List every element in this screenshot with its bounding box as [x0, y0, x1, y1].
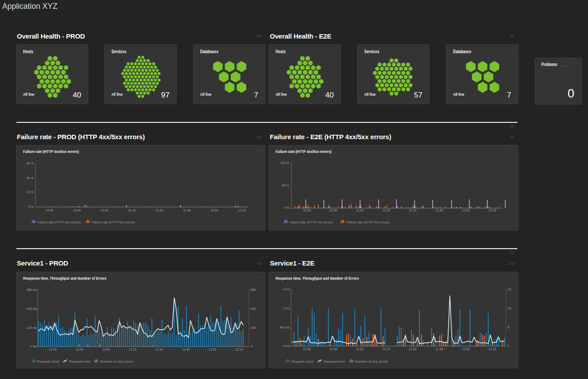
svg-text:10:45: 10:45	[75, 348, 83, 351]
svg-text:10:30: 10:30	[46, 209, 54, 212]
svg-text:200: 200	[251, 326, 256, 329]
svg-text:11:30: 11:30	[156, 209, 163, 212]
svg-text:Response time, Throughput and: Response time, Throughput and Number of …	[23, 276, 107, 281]
svg-text:11:15: 11:15	[129, 348, 136, 351]
svg-text:360 ms: 360 ms	[27, 288, 37, 291]
svg-text:Response time, Throughput and: Response time, Throughput and Number of …	[276, 276, 359, 281]
svg-text:0 %: 0 %	[284, 206, 289, 209]
svg-text:12:15: 12:15	[238, 209, 246, 212]
svg-text:16: 16	[508, 307, 511, 310]
svg-text:100 %: 100 %	[280, 161, 289, 164]
svg-text:Failure rate (HTTP 5xx errors): Failure rate (HTTP 5xx errors)	[346, 220, 390, 224]
svg-text:11:00: 11:00	[356, 348, 363, 351]
svg-text:11:45: 11:45	[183, 209, 191, 212]
svg-text:11:30: 11:30	[155, 348, 163, 351]
svg-text:600: 600	[251, 288, 256, 291]
svg-text:Failure rate (HTTP 4xx errors): Failure rate (HTTP 4xx errors)	[37, 220, 81, 224]
svg-text:50 %: 50 %	[282, 184, 289, 187]
svg-text:240 ms: 240 ms	[27, 307, 37, 310]
svg-text:11:15: 11:15	[383, 348, 390, 351]
svg-text:800 ms: 800 ms	[280, 326, 290, 329]
svg-text:8: 8	[508, 326, 509, 329]
svg-text:11:15: 11:15	[128, 209, 136, 212]
svg-text:10:45: 10:45	[329, 348, 337, 351]
svg-text:11:45: 11:45	[435, 348, 443, 351]
svg-text:Failure rate (HTTP 4xx errors): Failure rate (HTTP 4xx errors)	[289, 220, 333, 224]
svg-text:11:00: 11:00	[101, 209, 108, 212]
svg-text:Request count: Request count	[292, 359, 314, 363]
svg-text:Failure rate (HTTP 4xx/5xx err: Failure rate (HTTP 4xx/5xx errors)	[23, 149, 79, 154]
svg-text:12:00: 12:00	[462, 348, 470, 351]
svg-text:11:00: 11:00	[356, 209, 363, 212]
svg-text:0 ms: 0 ms	[30, 345, 37, 348]
svg-text:0: 0	[508, 344, 509, 348]
svg-text:11:45: 11:45	[182, 348, 189, 351]
svg-text:11:15: 11:15	[383, 209, 390, 212]
svg-text:30 %: 30 %	[27, 162, 34, 165]
svg-text:11:00: 11:00	[102, 348, 110, 351]
svg-text:24: 24	[508, 288, 511, 291]
svg-text:120 ms: 120 ms	[27, 326, 37, 329]
svg-text:12:00: 12:00	[210, 209, 218, 212]
svg-text:10:30: 10:30	[49, 348, 57, 351]
svg-text:12:00: 12:00	[209, 348, 217, 351]
svg-text:2.4 s: 2.4 s	[283, 288, 290, 291]
svg-text:10:30: 10:30	[303, 209, 311, 212]
svg-text:10:45: 10:45	[73, 209, 81, 212]
svg-text:400: 400	[251, 307, 256, 310]
svg-text:11:45: 11:45	[435, 209, 443, 212]
svg-text:Failure rate (HTTP 4xx/5xx err: Failure rate (HTTP 4xx/5xx errors)	[276, 149, 331, 154]
svg-text:0 %: 0 %	[28, 205, 33, 208]
svg-text:Request count: Request count	[37, 359, 59, 363]
svg-text:12:15: 12:15	[235, 348, 243, 351]
svg-text:10 %: 10 %	[27, 191, 34, 194]
svg-text:20 %: 20 %	[27, 176, 34, 180]
svg-text:12:15: 12:15	[488, 348, 496, 351]
svg-text:11:30: 11:30	[409, 209, 417, 212]
svg-text:12:00: 12:00	[462, 209, 470, 212]
svg-text:10:45: 10:45	[329, 209, 337, 212]
svg-text:10:30: 10:30	[303, 348, 311, 351]
svg-text:11:30: 11:30	[409, 348, 417, 351]
svg-text:1.6 s: 1.6 s	[283, 307, 290, 310]
svg-text:Failure rate (HTTP 5xx errors): Failure rate (HTTP 5xx errors)	[91, 220, 135, 224]
svg-text:Number of any errors: Number of any errors	[355, 359, 388, 363]
svg-text:Response time: Response time	[69, 359, 91, 363]
svg-text:12:15: 12:15	[488, 209, 496, 212]
svg-text:Number of any errors: Number of any errors	[100, 359, 134, 363]
svg-text:Response time: Response time	[324, 359, 345, 363]
svg-text:0: 0	[251, 345, 253, 348]
svg-text:0 ms: 0 ms	[283, 344, 290, 348]
